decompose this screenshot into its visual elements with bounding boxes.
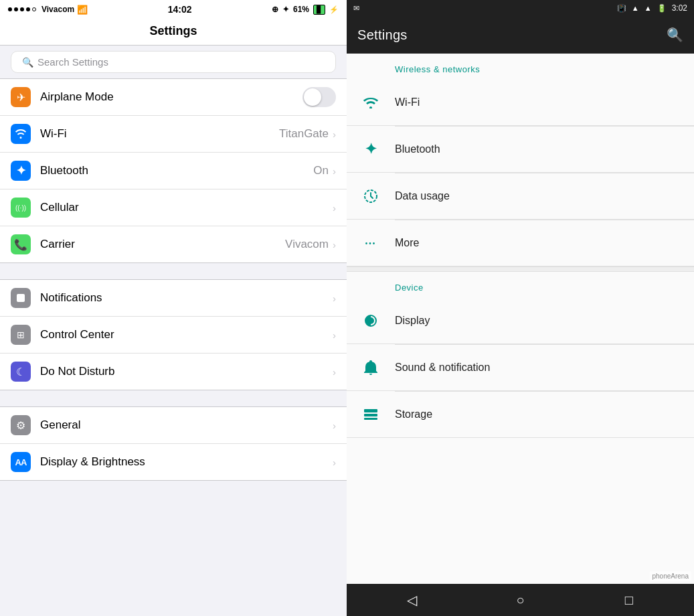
ios-row-wifi[interactable]: Wi-Fi TitanGate › xyxy=(0,116,347,153)
android-icon-sound-notification xyxy=(357,354,384,381)
ios-value-wifi: TitanGate xyxy=(279,127,329,141)
android-device-header: Device xyxy=(347,272,694,298)
android-label-sound-notification: Sound & notification xyxy=(395,362,490,374)
android-recent-button[interactable]: □ xyxy=(613,584,645,616)
android-label-more: More xyxy=(395,237,419,249)
ios-row-notifications[interactable]: Notifications › xyxy=(0,280,347,317)
ios-label-bluetooth: Bluetooth xyxy=(40,164,313,177)
android-panel: ✉ 📳 ▲ ▲ 🔋 3:02 Settings 🔍 Wireless & net… xyxy=(347,0,694,616)
ios-chevron-display-brightness: › xyxy=(333,457,336,468)
android-icon-more: ••• xyxy=(357,230,384,256)
ios-general-group: ⚙ General › AA Display & Brightness › xyxy=(0,406,347,481)
ios-toggle-thumb-airplane xyxy=(304,88,321,106)
ios-icon-bluetooth: ✦ xyxy=(11,161,31,181)
ios-icon-carrier: 📞 xyxy=(11,234,31,254)
ios-status-bar: Vivacom 📶 14:02 ⊕ ✦ 61% ▊ ⚡ xyxy=(0,0,347,19)
ios-icon-airplane: ✈ xyxy=(11,87,31,107)
android-label-wifi: Wi-Fi xyxy=(395,96,420,108)
ios-icon-do-not-disturb: ☾ xyxy=(11,362,31,382)
android-row-data-usage[interactable]: Data usage xyxy=(347,173,694,220)
watermark: phoneArena xyxy=(650,571,692,581)
ios-row-carrier[interactable]: 📞 Carrier Vivacom › xyxy=(0,226,347,262)
android-wireless-section: Wireless & networks Wi-Fi ✦ Bluetooth xyxy=(347,54,694,266)
ios-icon-display-brightness: AA xyxy=(11,452,31,472)
android-vibrate-icon: 📳 xyxy=(617,4,626,13)
ios-time: 14:02 xyxy=(168,4,192,15)
android-wireless-header: Wireless & networks xyxy=(347,54,694,80)
ios-panel: Vivacom 📶 14:02 ⊕ ✦ 61% ▊ ⚡ Settings 🔍 S… xyxy=(0,0,347,616)
ios-row-cellular[interactable]: ((·)) Cellular › xyxy=(0,189,347,226)
ios-battery-icon: ▊ xyxy=(313,5,325,15)
android-battery-icon: 🔋 xyxy=(657,4,667,13)
ios-wifi-icon: 📶 xyxy=(77,5,88,15)
dot-5 xyxy=(32,7,36,11)
android-page-title: Settings xyxy=(357,27,408,43)
ios-chevron-general: › xyxy=(333,420,336,431)
ios-charging-icon: ⚡ xyxy=(329,5,339,14)
ios-search-field[interactable]: 🔍 Search Settings xyxy=(11,51,336,73)
dot-2 xyxy=(14,7,18,11)
ios-row-bluetooth[interactable]: ✦ Bluetooth On › xyxy=(0,153,347,189)
android-back-icon: ◁ xyxy=(407,592,417,608)
android-row-storage[interactable]: Storage xyxy=(347,392,694,438)
android-status-bar: ✉ 📳 ▲ ▲ 🔋 3:02 xyxy=(347,0,694,16)
ios-icon-wifi xyxy=(11,124,31,144)
ios-row-control-center[interactable]: ⊞ Control Center › xyxy=(0,317,347,354)
svg-rect-4 xyxy=(364,418,377,420)
ios-status-left: Vivacom 📶 xyxy=(8,5,88,15)
android-row-bluetooth[interactable]: ✦ Bluetooth xyxy=(347,127,694,173)
android-row-display[interactable]: Display xyxy=(347,298,694,344)
android-back-button[interactable]: ◁ xyxy=(396,584,428,616)
ios-signal-dots xyxy=(8,7,36,11)
ios-status-right: ⊕ ✦ 61% ▊ ⚡ xyxy=(272,5,339,15)
android-icon-wifi xyxy=(357,89,384,116)
android-signal-icon: ▲ xyxy=(644,4,652,12)
svg-rect-3 xyxy=(364,414,377,416)
ios-label-cellular: Cellular xyxy=(40,201,333,214)
ios-row-do-not-disturb[interactable]: ☾ Do Not Disturb › xyxy=(0,354,347,390)
ios-icon-notifications xyxy=(11,288,31,308)
android-icon-display xyxy=(357,307,384,334)
ios-label-airplane: Airplane Mode xyxy=(40,90,302,104)
ios-icon-control-center: ⊞ xyxy=(11,325,31,345)
android-label-display: Display xyxy=(395,315,430,327)
svg-rect-2 xyxy=(364,409,377,412)
ios-toggle-airplane[interactable] xyxy=(302,87,336,107)
ios-label-notifications: Notifications xyxy=(40,291,333,305)
android-status-icons-left: ✉ xyxy=(353,4,359,13)
android-row-wifi[interactable]: Wi-Fi xyxy=(347,80,694,126)
android-row-more[interactable]: ••• More xyxy=(347,220,694,266)
android-envelope-icon: ✉ xyxy=(353,4,359,13)
android-label-data-usage: Data usage xyxy=(395,190,450,202)
ios-chevron-control-center: › xyxy=(333,329,336,341)
android-home-button[interactable]: ○ xyxy=(504,584,536,616)
ios-system-group: Notifications › ⊞ Control Center › ☾ Do … xyxy=(0,279,347,390)
ios-label-carrier: Carrier xyxy=(40,238,285,251)
android-nav-bar: ◁ ○ □ xyxy=(347,584,694,616)
ios-chevron-carrier: › xyxy=(333,239,336,250)
ios-label-control-center: Control Center xyxy=(40,328,333,341)
android-device-section: Device Display Sound & notification xyxy=(347,272,694,438)
dot-4 xyxy=(26,7,30,11)
android-search-button[interactable]: 🔍 xyxy=(667,27,683,43)
svg-rect-0 xyxy=(17,294,25,302)
ios-page-title: Settings xyxy=(149,24,197,37)
android-label-storage: Storage xyxy=(395,408,432,420)
ios-separator-2 xyxy=(0,392,347,406)
ios-chevron-bluetooth: › xyxy=(333,165,336,177)
ios-battery-percent: 61% xyxy=(293,5,309,14)
ios-row-display-brightness[interactable]: AA Display & Brightness › xyxy=(0,444,347,480)
ios-row-general[interactable]: ⚙ General › xyxy=(0,407,347,444)
android-recent-icon: □ xyxy=(625,593,633,608)
android-wifi-icon: ▲ xyxy=(632,4,639,12)
android-row-sound-notification[interactable]: Sound & notification xyxy=(347,345,694,391)
ios-carrier: Vivacom xyxy=(41,5,74,14)
dot-3 xyxy=(20,7,24,11)
ios-location-icon: ⊕ xyxy=(272,5,278,14)
android-icon-data-usage xyxy=(357,183,384,210)
ios-chevron-wifi: › xyxy=(333,129,336,140)
android-time: 3:02 xyxy=(672,3,687,13)
ios-chevron-notifications: › xyxy=(333,293,336,304)
ios-row-airplane-mode[interactable]: ✈ Airplane Mode xyxy=(0,79,347,116)
android-section-divider-1 xyxy=(347,266,694,272)
